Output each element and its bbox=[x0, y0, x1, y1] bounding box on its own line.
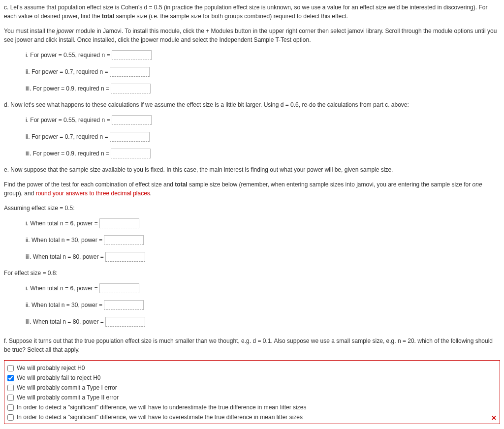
option-row-6: In order to detect a "significant" diffe… bbox=[7, 413, 497, 422]
e1-input-1[interactable] bbox=[99, 218, 139, 228]
e1-item-1: i. When total n = 6, power = bbox=[26, 218, 500, 228]
checkbox-2[interactable] bbox=[7, 375, 14, 381]
part-c-intro: c. Let's assume that population effect s… bbox=[4, 3, 500, 21]
option-label-6: In order to detect a "significant" diffe… bbox=[17, 413, 303, 422]
checkbox-1[interactable] bbox=[7, 365, 14, 371]
e2-item-2: ii. When total n = 30, power = bbox=[26, 300, 500, 310]
option-label-4: We will probably commit a Type II error bbox=[17, 393, 119, 402]
option-row-5: In order to detect a "significant" diffe… bbox=[7, 403, 497, 412]
option-row-1: We will probably reject H0 bbox=[7, 364, 497, 372]
checkbox-5[interactable] bbox=[7, 404, 14, 411]
d-item-3: iii. For power = 0.9, required n = bbox=[26, 149, 500, 158]
e1-input-3[interactable] bbox=[105, 252, 145, 262]
option-label-1: We will probably reject H0 bbox=[17, 364, 85, 372]
c-item-1: i. For power = 0.55, required n = bbox=[26, 50, 500, 60]
checkbox-6[interactable] bbox=[7, 414, 14, 421]
option-row-4: We will probably commit a Type II error bbox=[7, 393, 497, 402]
option-label-3: We will probably commit a Type I error bbox=[17, 383, 117, 392]
e1-item-2: ii. When total n = 30, power = bbox=[26, 235, 500, 245]
part-e-intro: e. Now suppose that the sample size avai… bbox=[4, 165, 500, 174]
option-row-2: We will probably fail to reject H0 bbox=[7, 373, 497, 382]
part-f-intro: f. Suppose it turns out that the true po… bbox=[4, 337, 500, 354]
option-label-5: In order to detect a "significant" diffe… bbox=[17, 403, 306, 412]
option-label-2: We will probably fail to reject H0 bbox=[17, 373, 101, 382]
e2-input-2[interactable] bbox=[104, 300, 144, 310]
checkbox-block: We will probably reject H0 We will proba… bbox=[4, 360, 500, 424]
d-input-1[interactable] bbox=[112, 115, 152, 125]
c-item-2: ii. For power = 0.7, required n = bbox=[26, 67, 500, 77]
incorrect-x-icon: ✕ bbox=[491, 413, 497, 423]
part-c-install: You must install the jpower module in Ja… bbox=[4, 27, 500, 44]
e2-input-1[interactable] bbox=[99, 283, 139, 293]
e2-item-1: i. When total n = 6, power = bbox=[26, 283, 500, 293]
e1-input-2[interactable] bbox=[104, 235, 144, 245]
d-input-2[interactable] bbox=[110, 132, 150, 142]
d-input-3[interactable] bbox=[111, 149, 151, 158]
checkbox-3[interactable] bbox=[7, 385, 14, 391]
e-group2-header: For effect size = 0.8: bbox=[4, 269, 500, 277]
checkbox-4[interactable] bbox=[7, 395, 14, 401]
d-item-2: ii. For power = 0.7, required n = bbox=[26, 132, 500, 142]
part-d-intro: d. Now let's see what happens to these c… bbox=[4, 100, 500, 109]
e1-item-3: iii. When total n = 80, power = bbox=[26, 252, 500, 262]
c-item-3: iii. For power = 0.9, required n = bbox=[26, 84, 500, 93]
e2-input-3[interactable] bbox=[105, 317, 145, 327]
part-e-find: Find the power of the test for each comb… bbox=[4, 180, 500, 198]
d-item-1: i. For power = 0.55, required n = bbox=[26, 115, 500, 125]
c-input-2[interactable] bbox=[110, 67, 150, 77]
option-row-3: We will probably commit a Type I error bbox=[7, 383, 497, 392]
c-input-3[interactable] bbox=[111, 84, 151, 93]
e-group1-header: Assuming effect size = 0.5: bbox=[4, 204, 500, 213]
e2-item-3: iii. When total n = 80, power = bbox=[26, 317, 500, 327]
c-input-1[interactable] bbox=[112, 50, 152, 60]
